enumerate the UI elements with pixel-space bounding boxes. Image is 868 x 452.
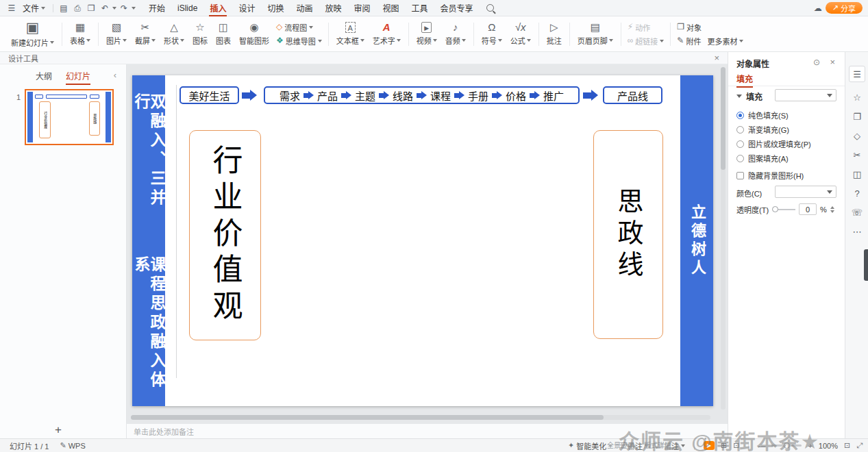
- comment-button[interactable]: ▷ 批注: [543, 21, 566, 47]
- wps-badge[interactable]: ✎ WPS: [60, 441, 85, 450]
- tab-slideshow[interactable]: 放映: [319, 0, 347, 16]
- beautify-button[interactable]: ✦ 智能美化: [568, 440, 612, 451]
- opacity-value-field[interactable]: 0: [799, 203, 817, 215]
- shapes-button[interactable]: △ 形状: [160, 21, 188, 47]
- horizontal-scrollbar[interactable]: [131, 415, 710, 420]
- favorites-rail-icon[interactable]: ☆: [849, 89, 865, 105]
- new-slide-button[interactable]: ▣ 新建幻灯片: [7, 18, 58, 49]
- undo-chevron-icon[interactable]: [112, 7, 116, 10]
- cloud-icon[interactable]: ☁: [812, 1, 824, 15]
- tab-outline[interactable]: 大纲: [36, 70, 52, 85]
- share-button[interactable]: ↗分享: [826, 2, 863, 14]
- fill-option-gradient[interactable]: 渐变填充(G): [736, 124, 789, 135]
- tab-view[interactable]: 视图: [376, 0, 405, 16]
- left-blue-bar-shape[interactable]: 双融入、三并行 课程思政融入体系: [132, 75, 165, 406]
- zoom-level[interactable]: 100%: [819, 442, 838, 450]
- video-button[interactable]: ▶ 视频: [412, 21, 441, 47]
- close-icon[interactable]: ×: [830, 57, 835, 67]
- stepper-up-icon[interactable]: [830, 206, 834, 209]
- fill-option-solid[interactable]: 纯色填充(S): [736, 110, 789, 121]
- slider-handle-icon[interactable]: [772, 206, 778, 212]
- crop-rail-icon[interactable]: ✂: [849, 147, 865, 163]
- properties-rail-icon[interactable]: ☰: [849, 66, 865, 82]
- flow-start-box[interactable]: 美好生活: [179, 86, 239, 104]
- chart-button[interactable]: ◫ 图表: [212, 21, 235, 47]
- opacity-stepper[interactable]: [830, 206, 834, 213]
- header-footer-button[interactable]: ▤ 页眉页脚: [573, 21, 617, 47]
- attachment-button[interactable]: ✎ 附件: [677, 36, 701, 47]
- fill-option-pattern[interactable]: 图案填充(A): [736, 153, 789, 164]
- icon-library-button[interactable]: ☆ 图标: [188, 21, 212, 47]
- print-icon[interactable]: ⎙: [71, 1, 84, 15]
- flow-arrow-icon: [379, 91, 389, 99]
- help-rail-icon[interactable]: ?: [849, 185, 865, 201]
- flow-big-arrow-icon[interactable]: [583, 86, 598, 104]
- audio-label: 音频: [445, 35, 460, 46]
- tab-slides[interactable]: 幻灯片: [66, 70, 90, 85]
- scrollbar-thumb[interactable]: [131, 415, 604, 420]
- formula-button[interactable]: √x 公式: [506, 21, 535, 47]
- hidden-panel-handle[interactable]: [864, 249, 868, 281]
- tab-insert[interactable]: 插入: [203, 0, 232, 16]
- tab-transition[interactable]: 切换: [261, 0, 290, 16]
- symbol-button[interactable]: Ω 符号: [478, 21, 506, 47]
- fill-section-header[interactable]: 填充: [736, 90, 762, 102]
- stepper-down-icon[interactable]: [830, 210, 834, 213]
- thumb-left-shape-text: 行业价值观: [43, 112, 47, 129]
- tab-animation[interactable]: 动画: [290, 0, 319, 16]
- redo-chevron-icon[interactable]: [132, 7, 136, 10]
- color-select[interactable]: [775, 186, 836, 198]
- opacity-slider[interactable]: [772, 206, 795, 212]
- export-icon[interactable]: ❐: [85, 1, 97, 15]
- canvas-area[interactable]: 双融入、三并行 课程思政融入体系 立德树人 美好生活 需求 产品 主题 线路 课…: [127, 64, 728, 423]
- audio-button[interactable]: ♪ 音频: [441, 21, 470, 47]
- hide-background-checkbox[interactable]: 隐藏背景图形(H): [736, 170, 804, 181]
- save-icon[interactable]: ▤: [58, 1, 70, 15]
- tab-tools[interactable]: 工具: [406, 0, 434, 16]
- slide-thumbnail[interactable]: 行业价值观 思政线: [25, 89, 114, 145]
- right-blue-bar-shape[interactable]: 立德树人: [680, 75, 713, 406]
- redo-icon[interactable]: ↷: [118, 1, 130, 15]
- search-icon[interactable]: [486, 4, 494, 12]
- flow-big-arrow-icon[interactable]: [242, 86, 257, 104]
- fullscreen-icon[interactable]: ⤢: [856, 441, 863, 450]
- tab-design[interactable]: 设计: [232, 0, 261, 16]
- more-assets-button[interactable]: 更多素材: [707, 36, 743, 47]
- flow-end-box[interactable]: 产品线: [603, 86, 662, 104]
- wordart-button[interactable]: A 艺术字: [369, 21, 405, 47]
- image-button[interactable]: ▧ 图片: [102, 21, 131, 47]
- shapes-rail-icon[interactable]: ◇: [849, 127, 865, 144]
- thumb-flow-box: [90, 95, 99, 99]
- table-button[interactable]: ▦ 表格: [66, 21, 95, 47]
- close-icon[interactable]: ×: [714, 53, 719, 63]
- tab-islide[interactable]: iSlide: [171, 0, 203, 16]
- pin-icon[interactable]: ⊙: [813, 58, 820, 67]
- undo-icon[interactable]: ↶: [99, 1, 111, 15]
- fill-preset-select[interactable]: [775, 89, 836, 101]
- smartart-button[interactable]: ◉ 智能图形: [235, 21, 273, 47]
- file-menu[interactable]: 文件: [19, 2, 49, 14]
- slide-editor[interactable]: 双融入、三并行 课程思政融入体系 立德树人 美好生活 需求 产品 主题 线路 课…: [132, 75, 713, 406]
- left-rounded-shape[interactable]: 行业价值观: [189, 130, 261, 340]
- flowchart-button[interactable]: ◇ 流程图: [276, 22, 322, 33]
- more-rail-icon[interactable]: ⋯: [849, 223, 865, 240]
- object-button[interactable]: ❐ 对象: [677, 22, 743, 33]
- fill-option-picture[interactable]: 图片或纹理填充(P): [736, 138, 811, 149]
- flow-sequence-box[interactable]: 需求 产品 主题 线路 课程 手册 价格 推广: [264, 86, 580, 104]
- layout-rail-icon[interactable]: ◫: [849, 166, 865, 182]
- tab-home[interactable]: 开始: [142, 0, 171, 16]
- menu-icon[interactable]: ☰: [5, 1, 18, 15]
- collapse-panel-icon[interactable]: ‹: [114, 70, 116, 80]
- right-rounded-shape[interactable]: 思政线: [593, 130, 663, 339]
- tab-member[interactable]: 会员专享: [434, 0, 480, 16]
- mindmap-button[interactable]: ❖ 思维导图: [276, 36, 322, 47]
- clipboard-rail-icon[interactable]: ❐: [849, 108, 865, 125]
- add-slide-button[interactable]: +: [55, 423, 62, 437]
- fit-slide-icon[interactable]: ⊡: [844, 441, 850, 450]
- tab-review[interactable]: 审阅: [347, 0, 376, 16]
- textbox-button[interactable]: A 文本框: [332, 21, 369, 47]
- support-rail-icon[interactable]: ☏: [849, 204, 865, 221]
- scrollbar-thumb[interactable]: [721, 67, 726, 170]
- screenshot-button[interactable]: ✂ 截屏: [131, 21, 160, 47]
- vertical-scrollbar[interactable]: [721, 67, 726, 410]
